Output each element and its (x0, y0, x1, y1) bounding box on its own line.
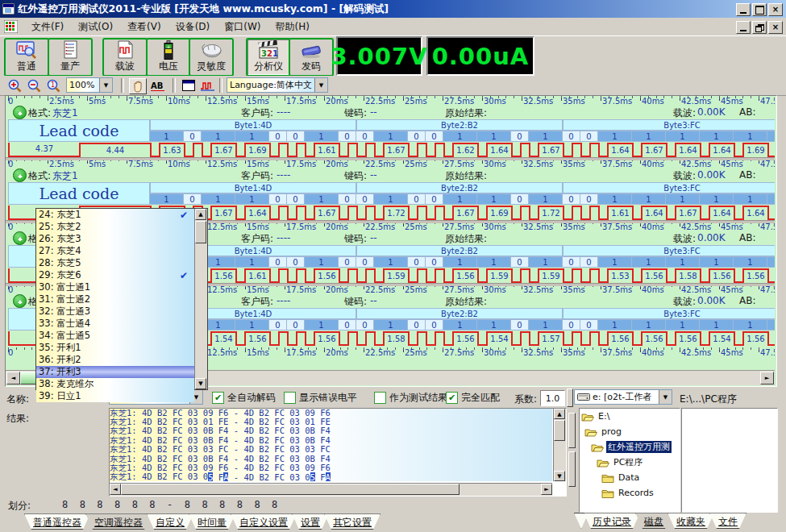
mode-tab[interactable]: 自定义设置 (231, 513, 297, 530)
format-option[interactable]: 28: 东芝5 (36, 257, 194, 269)
zoom-in-icon[interactable] (6, 78, 23, 93)
menu-item[interactable]: 查看(V) (120, 19, 168, 35)
scroll-right-icon[interactable]: ► (760, 372, 774, 384)
folder-tree-item[interactable]: 红外遥控万用测 (580, 439, 680, 455)
bit-cell: 0 (356, 256, 374, 268)
checkbox-2[interactable]: 显示错误电平 (284, 391, 357, 405)
format-option[interactable]: 31: 富士通2 (36, 293, 194, 305)
mode-tab[interactable]: 自定义 (147, 513, 193, 530)
mode-tab[interactable]: 其它设置 (324, 513, 381, 530)
expand-arrow-icon[interactable] (13, 231, 27, 245)
dropdown-scroll-down-icon[interactable]: ▼ (195, 378, 206, 389)
format-option[interactable]: 29: 东芝6✔ (36, 269, 194, 281)
dropdown-scrollbar[interactable]: ▲ ▼ (194, 209, 207, 389)
menu-item[interactable]: 测试(O) (71, 19, 120, 35)
minimize-button[interactable] (736, 3, 751, 16)
scroll-left-icon[interactable]: ◄ (6, 372, 20, 384)
toolbar-button-3[interactable]: 载波 (102, 38, 148, 77)
controls-splitter[interactable] (567, 389, 573, 407)
mdi-close-button[interactable]: × (768, 21, 783, 34)
menu-item[interactable]: 文件(F) (24, 19, 71, 35)
folder-tree-item[interactable]: prog (580, 424, 680, 439)
checkbox-unchecked-icon[interactable] (374, 392, 386, 404)
coefficient-input[interactable]: 1.0 (540, 390, 565, 406)
zoom-reset-icon[interactable]: 1 (45, 78, 61, 93)
zoom-level-combo[interactable]: 100% ▼ (66, 77, 113, 93)
pulse-view-icon[interactable] (200, 78, 216, 93)
drive-combo[interactable]: e: [o2t-工作者 ▼ (574, 389, 672, 405)
maximize-button[interactable] (752, 3, 767, 16)
mode-tab[interactable]: 普通遥控器 (24, 513, 90, 530)
language-combo-arrow-icon[interactable]: ▼ (314, 78, 327, 92)
mode-tab[interactable]: 空调遥控器 (85, 513, 152, 530)
file-panel-splitter-top[interactable] (568, 413, 576, 448)
mode-tab[interactable]: 设置 (292, 513, 329, 530)
folder-tree-item[interactable]: E:\ (580, 409, 680, 424)
toolbar-button-4[interactable]: +电压 (146, 38, 191, 77)
results-scroll-left-icon[interactable]: ◄ (110, 484, 121, 495)
zoom-combo-arrow-icon[interactable]: ▼ (99, 78, 112, 92)
dropdown-scroll-up-icon[interactable]: ▲ (195, 209, 206, 220)
close-button[interactable]: × (768, 3, 783, 16)
folder-tree-item[interactable]: Records (580, 485, 680, 501)
format-option[interactable]: 36: 开利2 (36, 354, 194, 366)
menu-item[interactable]: 帮助(H) (268, 19, 317, 35)
folder-tree-item[interactable]: Data (580, 470, 680, 485)
results-scroll-up-icon[interactable]: ▲ (554, 409, 565, 419)
toolbar-button-1[interactable]: 普通 (4, 38, 49, 77)
format-option[interactable]: 37: 开利3 (36, 366, 194, 378)
checkbox-checked-icon[interactable]: ✔ (212, 392, 224, 404)
checkbox-3[interactable]: 作为测试结果 (374, 391, 447, 405)
expand-arrow-icon[interactable] (13, 168, 27, 182)
results-scroll-right-icon[interactable]: ► (541, 484, 552, 495)
toolbar-button-6[interactable]: 321分析仪 (246, 38, 291, 77)
folder-tree-item[interactable]: PC程序 (580, 455, 680, 470)
window-layout-icon[interactable] (181, 78, 197, 93)
drive-combo-arrow-icon[interactable]: ▼ (659, 390, 672, 404)
toolbar-button-5[interactable]: 灵敏度 (189, 38, 234, 77)
format-option[interactable]: 39: 日立1 (36, 390, 194, 402)
mdi-minimize-button[interactable] (736, 21, 751, 34)
language-combo[interactable]: Language:简体中文 ▼ (227, 77, 328, 93)
checkbox-checked-icon[interactable]: ✔ (446, 392, 458, 404)
toolbar-button-2[interactable]: 量产 (48, 38, 93, 77)
checkbox-unchecked-icon[interactable] (284, 392, 296, 404)
results-scroll-down-icon[interactable]: ▼ (554, 471, 565, 481)
checkbox-1[interactable]: ✔全自动解码 (212, 391, 276, 405)
format-option[interactable]: 25: 东芝2 (36, 221, 194, 233)
file-panel-splitter-bottom[interactable] (568, 451, 576, 487)
format-option[interactable]: 34: 富士通5 (36, 330, 194, 342)
results-hscroll-thumb[interactable] (121, 484, 460, 495)
format-option[interactable]: 38: 麦克维尔 (36, 378, 194, 390)
file-tab[interactable]: 历史记录 (584, 513, 640, 529)
format-option[interactable]: 32: 富士通3 (36, 305, 194, 318)
expand-arrow-icon[interactable] (13, 294, 27, 308)
menu-item[interactable]: 窗口(W) (217, 19, 268, 35)
toolbar-button-label: 普通 (17, 60, 36, 72)
mdi-restore-button[interactable] (752, 21, 767, 34)
hand-pan-icon[interactable] (129, 78, 147, 94)
file-tab[interactable]: 收藏夹 (667, 513, 714, 529)
format-option[interactable]: 35: 开利1 (36, 342, 194, 354)
measure-ab-icon[interactable]: AB (150, 78, 166, 93)
result-row[interactable]: 东芝1: 4D B2 FC 03 05 FA - 4D B2 FC 03 05 … (110, 473, 552, 481)
file-tab[interactable]: 磁盘 (635, 513, 672, 529)
dropdown-scroll-thumb[interactable] (195, 221, 206, 243)
byte-header-3: Byte3:FC (563, 245, 775, 256)
menu-item[interactable]: 设备(D) (168, 19, 218, 35)
results-hscrollbar[interactable]: ◄ ► (110, 483, 552, 496)
format-option[interactable]: 24: 东芝1✔ (36, 209, 194, 221)
toolbar-button-7[interactable]: 发码 (289, 38, 334, 77)
format-option[interactable]: 26: 东芝3 (36, 233, 194, 245)
bit-cell: 0 (426, 131, 443, 142)
mode-tab[interactable]: 时间量 (189, 513, 235, 530)
zoom-out-icon[interactable] (26, 78, 42, 93)
results-vscroll-thumb[interactable] (554, 420, 565, 441)
format-option[interactable]: 30: 富士通1 (36, 281, 194, 293)
results-vscrollbar[interactable]: ▲ ▼ (553, 409, 566, 481)
format-option[interactable]: 27: 东芝4 (36, 245, 194, 257)
checkbox-4[interactable]: ✔完全匹配 (446, 391, 500, 405)
file-tab[interactable]: 文件 (709, 513, 746, 529)
format-option[interactable]: 33: 富士通4 (36, 318, 194, 330)
expand-arrow-icon[interactable] (13, 106, 27, 119)
